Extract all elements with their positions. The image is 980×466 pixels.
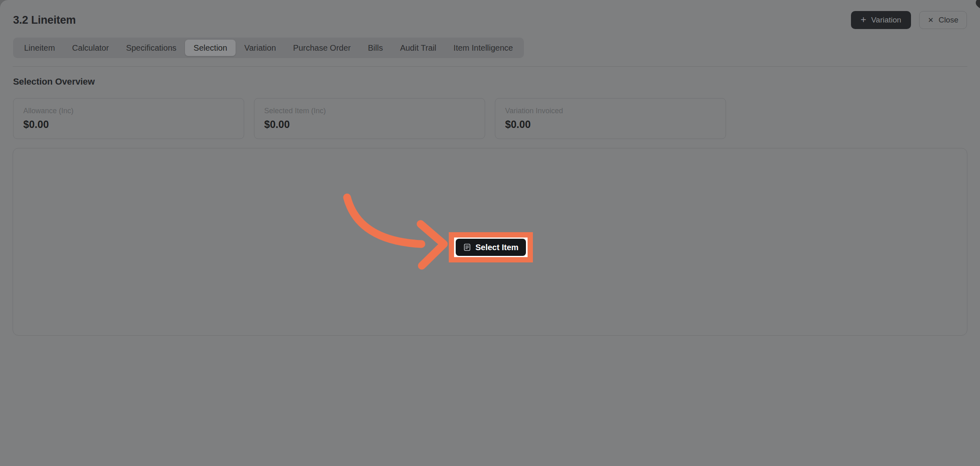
selection-panel: Select Item [13,148,967,336]
header-actions: + Variation ✕ Close [851,11,967,29]
tab-variation[interactable]: Variation [236,40,284,56]
divider [13,66,967,67]
card-value: $0.00 [23,119,234,130]
section-heading: Selection Overview [13,76,967,87]
modal-header: 3.2 Lineitem + Variation ✕ Close [0,0,980,29]
card-value: $0.00 [505,119,716,130]
tab-audit-trail[interactable]: Audit Trail [392,40,445,56]
tab-lineitem[interactable]: Lineitem [16,40,64,56]
tab-calculator[interactable]: Calculator [64,40,118,56]
add-variation-label: Variation [871,16,902,25]
close-label: Close [938,16,958,25]
summary-cards: Allowance (Inc)$0.00Selected Item (Inc)$… [13,98,967,139]
tab-selection[interactable]: Selection [185,40,236,56]
summary-card: Variation Invoiced$0.00 [495,98,726,139]
page-title: 3.2 Lineitem [13,14,76,27]
summary-card: Allowance (Inc)$0.00 [13,98,244,139]
plus-icon: + [861,15,866,25]
journal-icon [463,243,471,251]
tab-purchase-order[interactable]: Purchase Order [285,40,359,56]
tab-item-intelligence[interactable]: Item Intelligence [445,40,522,56]
card-value: $0.00 [264,119,475,130]
card-label: Variation Invoiced [505,107,716,116]
tutorial-highlight-frame: Select Item [449,232,533,262]
tab-bills[interactable]: Bills [359,40,392,56]
lineitem-modal: 3.2 Lineitem + Variation ✕ Close Lineite… [0,0,980,466]
tab-bar: LineitemCalculatorSpecificationsSelectio… [13,38,524,58]
close-icon: ✕ [928,17,933,24]
add-variation-button[interactable]: + Variation [851,11,911,29]
card-label: Selected Item (Inc) [264,107,475,116]
screen: 3.2 Lineitem + Variation ✕ Close Lineite… [0,0,980,466]
close-button[interactable]: ✕ Close [919,11,967,29]
select-item-button[interactable]: Select Item [456,239,526,256]
card-label: Allowance (Inc) [23,107,234,116]
tab-specifications[interactable]: Specifications [118,40,185,56]
select-item-label: Select Item [475,243,519,252]
summary-card: Selected Item (Inc)$0.00 [254,98,485,139]
